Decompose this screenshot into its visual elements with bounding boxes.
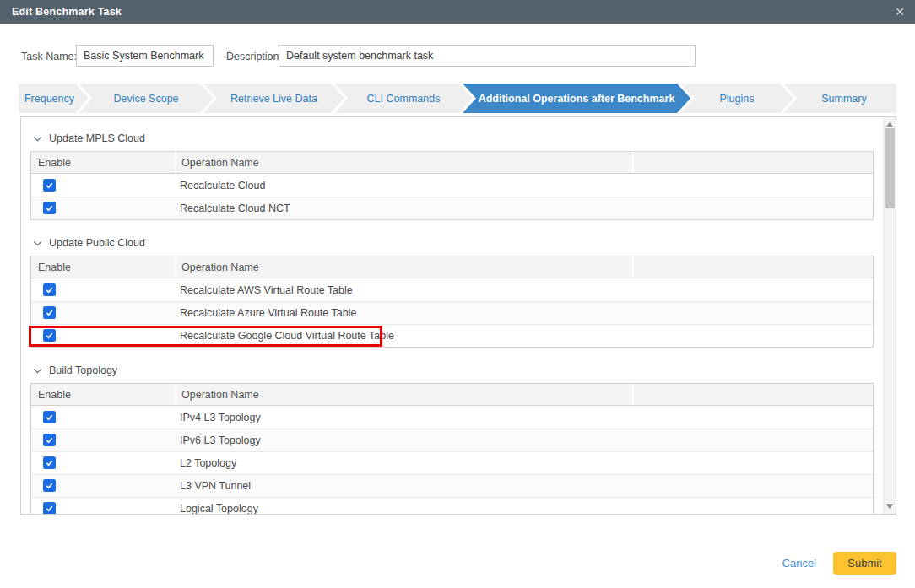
- enable-checkbox[interactable]: [43, 179, 56, 192]
- task-name-input[interactable]: [76, 45, 214, 67]
- table-row[interactable]: Recalculate AWS Virtual Route Table: [31, 278, 873, 301]
- operations-table: EnableOperation NameRecalculate AWS Virt…: [30, 256, 874, 348]
- checkmark-icon: [45, 331, 54, 340]
- operation-name: IPv4 L3 Topology: [175, 412, 632, 423]
- column-header-empty: [632, 256, 873, 278]
- table-row[interactable]: L3 VPN Tunnel: [31, 474, 873, 497]
- tab-label: Plugins: [720, 93, 755, 105]
- enable-checkbox[interactable]: [43, 456, 56, 469]
- checkmark-icon: [45, 308, 54, 317]
- column-header-empty: [632, 152, 873, 173]
- section-toggle[interactable]: Update MPLS Cloud: [33, 132, 882, 144]
- tab-label: Retrieve Live Data: [230, 93, 317, 105]
- section-title: Update Public Cloud: [49, 237, 145, 249]
- enable-checkbox[interactable]: [43, 434, 56, 446]
- scroll-up-icon[interactable]: [886, 122, 893, 127]
- scrollbar-thumb[interactable]: [885, 128, 895, 208]
- task-name-label: Task Name:: [21, 51, 77, 62]
- chevron-down-icon: [33, 136, 42, 142]
- operations-table: EnableOperation NameRecalculate CloudRec…: [30, 151, 874, 220]
- column-header-operation-name: Operation Name: [175, 256, 632, 278]
- tab-additional-operations-after-benchmark[interactable]: Additional Operations after Benchmark: [463, 84, 690, 113]
- column-header-operation-name: Operation Name: [175, 152, 632, 173]
- tab-label: Device Scope: [113, 93, 178, 105]
- operation-name: Logical Topology: [175, 503, 632, 515]
- table-header-row: EnableOperation Name: [31, 256, 873, 278]
- enable-checkbox[interactable]: [43, 479, 56, 492]
- column-header-enable: Enable: [31, 389, 175, 401]
- table-row[interactable]: IPv6 L3 Topology: [31, 429, 873, 451]
- checkmark-icon: [45, 413, 54, 422]
- checkmark-icon: [45, 285, 54, 294]
- enable-checkbox[interactable]: [43, 411, 56, 423]
- operation-name: Recalculate Cloud NCT: [175, 202, 632, 214]
- edit-benchmark-task-dialog: Edit Benchmark Task ✕ Task Name: Descrip…: [0, 0, 915, 588]
- table-row[interactable]: Recalculate Cloud NCT: [31, 197, 873, 219]
- tab-label: Summary: [821, 93, 866, 105]
- section-toggle[interactable]: Build Topology: [33, 364, 882, 376]
- checkmark-icon: [45, 203, 54, 213]
- chevron-down-icon: [33, 240, 42, 246]
- enable-checkbox[interactable]: [43, 306, 56, 319]
- tab-summary[interactable]: Summary: [783, 84, 896, 113]
- dialog-title: Edit Benchmark Task: [12, 6, 122, 18]
- enable-checkbox[interactable]: [43, 283, 56, 296]
- tab-plugins[interactable]: Plugins: [680, 84, 793, 113]
- wizard-tabbar: FrequencyDevice ScopeRetrieve Live DataC…: [19, 84, 896, 113]
- cancel-button[interactable]: Cancel: [782, 557, 816, 569]
- enable-checkbox[interactable]: [43, 329, 56, 342]
- checkmark-icon: [45, 504, 54, 513]
- dialog-titlebar: Edit Benchmark Task ✕: [0, 0, 915, 24]
- table-header-row: EnableOperation Name: [31, 384, 873, 406]
- enable-checkbox[interactable]: [43, 202, 56, 214]
- operation-name: L2 Topology: [175, 457, 632, 469]
- tab-retrieve-live-data[interactable]: Retrieve Live Data: [203, 84, 344, 113]
- table-row[interactable]: L2 Topology: [31, 451, 873, 474]
- tab-label: CLI Commands: [367, 93, 441, 105]
- chevron-down-icon: [33, 368, 42, 374]
- submit-button[interactable]: Submit: [833, 552, 896, 575]
- tab-label: Frequency: [24, 93, 74, 105]
- operations-table: EnableOperation NameIPv4 L3 TopologyIPv6…: [30, 383, 874, 515]
- operation-name: Recalculate AWS Virtual Route Table: [175, 284, 632, 296]
- section-toggle[interactable]: Update Public Cloud: [33, 237, 882, 249]
- column-header-operation-name: Operation Name: [175, 384, 632, 405]
- table-row[interactable]: IPv4 L3 Topology: [31, 406, 873, 429]
- description-label: Description:: [226, 51, 282, 62]
- column-header-enable: Enable: [31, 157, 175, 169]
- checkmark-icon: [45, 458, 54, 467]
- scroll-down-icon[interactable]: [886, 504, 893, 509]
- tab-frequency[interactable]: Frequency: [19, 84, 89, 113]
- operation-name: L3 VPN Tunnel: [175, 480, 632, 492]
- checkmark-icon: [45, 181, 54, 190]
- table-row[interactable]: Logical Topology: [31, 497, 873, 515]
- operation-name: IPv6 L3 Topology: [175, 434, 632, 446]
- section-title: Update MPLS Cloud: [49, 132, 145, 144]
- table-row[interactable]: Recalculate Google Cloud Virtual Route T…: [31, 324, 873, 347]
- checkmark-icon: [45, 435, 54, 445]
- dialog-footer: Cancel Submit: [0, 545, 915, 580]
- content-panel: Update MPLS CloudEnableOperation NameRec…: [20, 116, 896, 515]
- operation-name: Recalculate Cloud: [175, 180, 632, 192]
- close-icon[interactable]: ✕: [895, 0, 905, 24]
- operation-name: Recalculate Google Cloud Virtual Route T…: [175, 330, 632, 342]
- tab-device-scope[interactable]: Device Scope: [79, 84, 214, 113]
- table-row[interactable]: Recalculate Cloud: [31, 174, 873, 197]
- section-title: Build Topology: [49, 364, 117, 376]
- panel-content: Update MPLS CloudEnableOperation NameRec…: [21, 117, 882, 514]
- column-header-empty: [632, 384, 873, 405]
- tab-cli-commands[interactable]: CLI Commands: [334, 84, 473, 113]
- table-row[interactable]: Recalculate Azure Virtual Route Table: [31, 301, 873, 324]
- tab-label: Additional Operations after Benchmark: [479, 93, 675, 105]
- enable-checkbox[interactable]: [43, 502, 56, 515]
- table-header-row: EnableOperation Name: [31, 152, 873, 174]
- scrollbar[interactable]: [883, 117, 896, 514]
- checkmark-icon: [45, 481, 54, 490]
- description-input[interactable]: [279, 45, 696, 67]
- column-header-enable: Enable: [31, 262, 175, 273]
- operation-name: Recalculate Azure Virtual Route Table: [175, 307, 632, 319]
